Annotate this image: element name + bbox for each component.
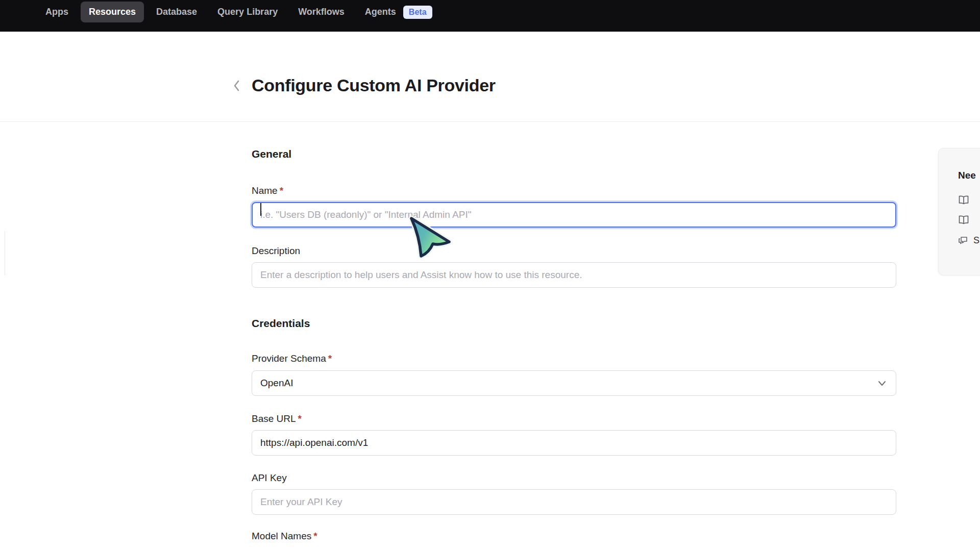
book-icon [958,215,969,226]
help-link-support-label: S [973,235,979,246]
required-asterisk: * [298,413,302,424]
section-heading-general: General [252,148,896,160]
required-asterisk: * [328,353,332,364]
nav-tab-agents[interactable]: Agents [357,2,398,22]
book-icon [958,195,969,206]
api-key-input[interactable] [252,489,896,515]
description-input[interactable] [252,262,896,288]
nav-tab-resources[interactable]: Resources [81,2,144,22]
provider-schema-label: Provider Schema* [252,353,896,364]
name-label: Name* [252,185,896,196]
model-names-label: Model Names* [252,531,896,542]
back-button[interactable] [230,78,244,94]
provider-schema-value: OpenAI [260,378,293,389]
base-url-label: Base URL* [252,413,896,424]
required-asterisk: * [280,185,283,196]
base-url-input[interactable] [252,430,896,456]
nav-tab-apps[interactable]: Apps [37,2,77,22]
provider-schema-select[interactable]: OpenAI [252,370,896,396]
section-heading-credentials: Credentials [252,317,896,330]
nav-tab-workflows[interactable]: Workflows [290,2,353,22]
required-asterisk: * [313,531,317,541]
base-url-label-text: Base URL [252,413,296,424]
help-panel-title: Nee [958,170,980,181]
help-link-support[interactable]: S [958,235,980,245]
top-nav-bar: Apps Resources Database Query Library Wo… [0,0,980,32]
text-caret [260,203,261,216]
name-label-text: Name [252,185,278,196]
nav-tab-agents-group: Agents Beta [357,2,432,22]
help-link-docs[interactable] [958,195,980,206]
chat-icon [958,236,968,245]
model-names-label-text: Model Names [252,531,311,541]
provider-form: General Name* Description Credentials Pr… [252,121,896,542]
api-key-label: API Key [252,472,896,484]
help-link-guide[interactable] [958,215,980,226]
nav-tab-query-library[interactable]: Query Library [209,2,286,22]
help-panel: Nee S [938,148,980,276]
name-input-wrap [252,196,896,228]
left-edge-artifact [5,231,5,276]
beta-badge: Beta [403,6,432,19]
top-nav-items: Apps Resources Database Query Library Wo… [37,1,432,23]
chevron-left-icon [233,79,241,92]
name-input[interactable] [252,202,896,228]
chevron-down-icon [876,378,888,389]
page-title: Configure Custom AI Provider [252,76,496,95]
nav-tab-database[interactable]: Database [148,2,205,22]
description-label: Description [252,245,896,257]
provider-schema-label-text: Provider Schema [252,353,326,364]
